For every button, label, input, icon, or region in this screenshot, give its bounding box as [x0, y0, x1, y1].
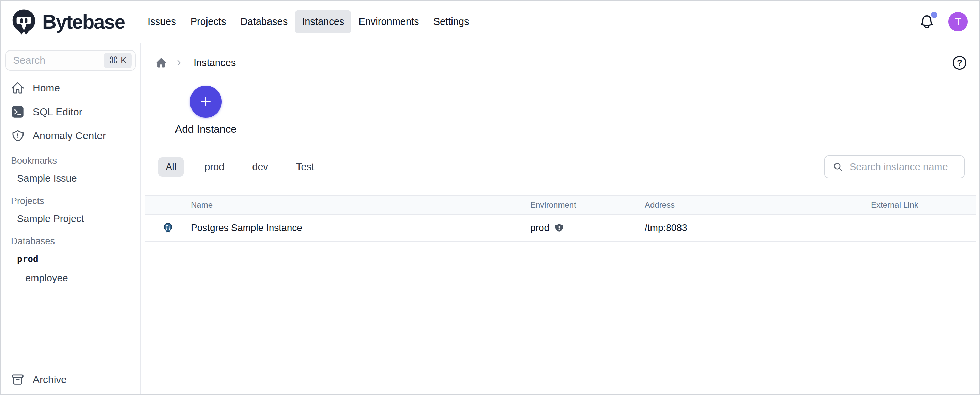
sidebar-section-databases: Databases prod employee — [1, 233, 140, 288]
help-button[interactable]: ? — [953, 56, 966, 70]
bytebase-app: Bytebase Issues Projects Databases Insta… — [0, 0, 980, 395]
add-instance-button[interactable]: Add Instance — [174, 86, 237, 136]
brand-name: Bytebase — [42, 10, 125, 33]
section-header: Databases — [1, 233, 140, 249]
nav-item-issues[interactable]: Issues — [140, 10, 183, 34]
breadcrumb-home-icon[interactable] — [155, 57, 167, 69]
terminal-icon — [11, 105, 24, 119]
sidebar-item-sample-issue[interactable]: Sample Issue — [1, 169, 140, 188]
sidebar-item-sample-project[interactable]: Sample Project — [1, 209, 140, 228]
nav-item-databases[interactable]: Databases — [234, 10, 295, 34]
sidebar-item-anomaly-center[interactable]: Anomaly Center — [1, 124, 140, 148]
column-header-environment: Environment — [530, 200, 645, 210]
sidebar-item-label: SQL Editor — [33, 106, 83, 118]
section-header: Bookmarks — [1, 152, 140, 169]
sidebar-item-sql-editor[interactable]: SQL Editor — [1, 100, 140, 124]
chevron-right-icon — [175, 58, 183, 67]
tab-test[interactable]: Test — [289, 157, 321, 177]
tab-dev[interactable]: dev — [245, 157, 275, 177]
instance-search[interactable] — [824, 155, 965, 178]
sidebar-item-label: Archive — [33, 374, 67, 385]
column-header-external-link: External Link — [871, 200, 975, 210]
postgres-icon — [162, 222, 173, 233]
sidebar-search-input[interactable] — [13, 54, 104, 66]
instances-table: Name Environment Address External Link — [145, 195, 975, 242]
search-shortcut-badge: ⌘ K — [104, 53, 132, 68]
tab-prod[interactable]: prod — [197, 157, 231, 177]
archive-icon — [11, 373, 24, 387]
plus-icon — [190, 86, 222, 118]
breadcrumb-current: Instances — [194, 57, 236, 69]
main-nav: Issues Projects Databases Instances Envi… — [140, 10, 476, 34]
search-icon — [832, 162, 843, 172]
sidebar-search[interactable]: ⌘ K — [5, 50, 135, 70]
add-instance-label: Add Instance — [175, 123, 237, 136]
table-header: Name Environment Address External Link — [145, 195, 975, 214]
column-header-address: Address — [645, 200, 871, 210]
bytebase-logo-icon — [11, 8, 37, 35]
nav-item-environments[interactable]: Environments — [351, 10, 426, 34]
bytebase-logo[interactable]: Bytebase — [11, 8, 125, 35]
protected-shield-icon — [554, 222, 564, 233]
sidebar-item-home[interactable]: Home — [1, 76, 140, 100]
topnav-right: T — [919, 12, 968, 31]
notification-dot — [931, 11, 937, 18]
main-content: Instances ? Add Instance All prod dev T — [141, 43, 979, 394]
sidebar-item-label: Home — [33, 82, 60, 94]
sidebar: ⌘ K Home SQL Editor — [1, 43, 141, 394]
shield-alert-icon — [11, 129, 24, 142]
user-avatar[interactable]: T — [948, 12, 968, 31]
tab-all[interactable]: All — [158, 157, 184, 177]
column-header-name: Name — [191, 200, 530, 210]
home-icon — [11, 81, 24, 95]
sidebar-item-archive[interactable]: Archive — [1, 368, 140, 392]
table-row[interactable]: Postgres Sample Instance prod /tmp:8083 — [145, 214, 975, 242]
section-header: Projects — [1, 193, 140, 209]
sidebar-main-list: Home SQL Editor Anomal — [1, 76, 140, 148]
notifications-button[interactable] — [919, 14, 935, 30]
sidebar-section-projects: Projects Sample Project — [1, 193, 140, 228]
sidebar-section-bookmarks: Bookmarks Sample Issue — [1, 152, 140, 188]
breadcrumb: Instances ? — [155, 56, 966, 70]
sidebar-item-employee[interactable]: employee — [1, 269, 140, 288]
instance-address: /tmp:8083 — [645, 222, 871, 233]
nav-item-settings[interactable]: Settings — [426, 10, 476, 34]
sidebar-item-label: Anomaly Center — [33, 130, 106, 142]
sidebar-item-prod[interactable]: prod — [1, 249, 140, 269]
instance-search-input[interactable] — [850, 162, 958, 173]
instance-environment: prod — [530, 222, 549, 233]
environment-tabs: All prod dev Test — [158, 155, 965, 178]
top-navbar: Bytebase Issues Projects Databases Insta… — [1, 1, 979, 43]
nav-item-instances[interactable]: Instances — [295, 10, 351, 34]
nav-item-projects[interactable]: Projects — [183, 10, 234, 34]
instance-name: Postgres Sample Instance — [191, 222, 530, 233]
